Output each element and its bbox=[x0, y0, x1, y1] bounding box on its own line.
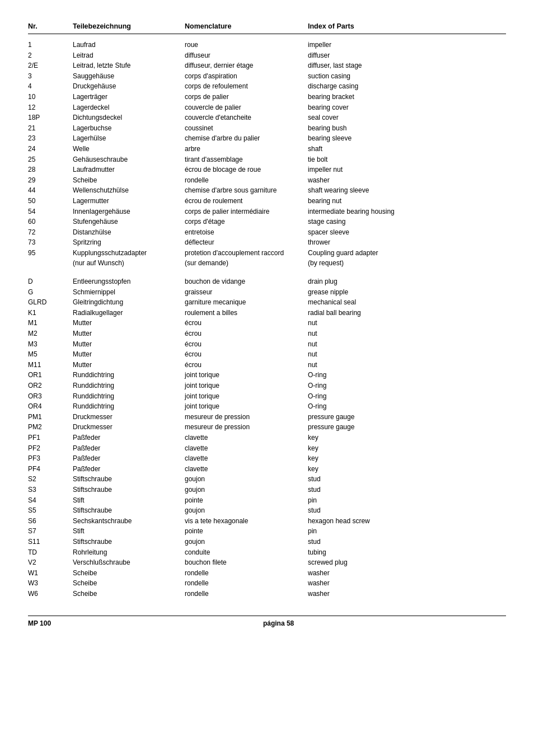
parts-table: 1Laufradroueimpeller2Leitraddiffuseurdif… bbox=[28, 40, 506, 599]
cell-teil: Mutter bbox=[73, 360, 185, 370]
cell-index: pin bbox=[308, 495, 431, 506]
cell-index: O-ring bbox=[308, 370, 431, 381]
cell-nom: rondelle bbox=[185, 578, 308, 589]
cell-index: impeller nut bbox=[308, 165, 431, 175]
table-row: W6Scheiberondellewasher bbox=[28, 589, 506, 599]
table-row: S5Stiftschraubegoujonstud bbox=[28, 505, 506, 516]
cell-index: bearing bracket bbox=[308, 92, 431, 102]
header-teil: Teilebezeichnung bbox=[73, 22, 185, 30]
cell-teil: Paßfeder bbox=[73, 443, 185, 454]
cell-teil: Druckgehäuse bbox=[73, 81, 185, 92]
cell-nom: coussinet bbox=[185, 123, 308, 134]
table-row: S4Stiftpointepin bbox=[28, 495, 506, 506]
cell-teil: Stiftschraube bbox=[73, 474, 185, 485]
cell-index: washer bbox=[308, 578, 431, 589]
cell-teil: Lagerbuchse bbox=[73, 123, 185, 134]
cell-nr: M1 bbox=[28, 318, 73, 328]
cell-nom: mesureur de pression bbox=[185, 412, 308, 422]
cell-nr: 3 bbox=[28, 71, 73, 82]
cell-index: O-ring bbox=[308, 391, 431, 402]
cell-index: spacer sleeve bbox=[308, 227, 431, 238]
cell-teil: Schmiernippel bbox=[73, 287, 185, 298]
table-row: 10Lagerträgercorps de palierbearing brac… bbox=[28, 92, 506, 102]
table-row: S6Sechskantschraubevis a tete hexagonale… bbox=[28, 516, 506, 527]
cell-teil: Welle bbox=[73, 144, 185, 154]
table-row: M3Mutterécrounut bbox=[28, 339, 506, 350]
cell-teil: Kupplungsschutzadapter bbox=[73, 248, 185, 259]
cell-nr: PF1 bbox=[28, 433, 73, 443]
table-row: 73Spritzringdéflecteurthrower bbox=[28, 237, 506, 248]
cell-teil: Sechskantschraube bbox=[73, 516, 185, 527]
cell-nr: OR2 bbox=[28, 381, 73, 391]
cell-index: intermediate bearing housing bbox=[308, 206, 431, 217]
cell-index: seal cover bbox=[308, 112, 431, 123]
cell-nr: S5 bbox=[28, 505, 73, 516]
cell-nom: tirant d'assemblage bbox=[185, 154, 308, 165]
cell-teil: Mutter bbox=[73, 328, 185, 339]
cell-nr: 2/E bbox=[28, 60, 73, 71]
cell-nr: TD bbox=[28, 547, 73, 558]
cell-nr: PM1 bbox=[28, 412, 73, 422]
cell-teil: Scheibe bbox=[73, 175, 185, 186]
cell-nom: clavette bbox=[185, 443, 308, 454]
cell-nr: OR3 bbox=[28, 391, 73, 402]
cell-index: stud bbox=[308, 485, 431, 495]
cell-teil: Druckmesser bbox=[73, 422, 185, 433]
cell-nom: roue bbox=[185, 40, 308, 50]
cell-teil: Mutter bbox=[73, 349, 185, 360]
table-row: OR3Runddichtringjoint toriqueO-ring bbox=[28, 391, 506, 402]
cell-nom: clavette bbox=[185, 433, 308, 443]
cell-nom: déflecteur bbox=[185, 237, 308, 248]
table-row: TDRohrleitungconduitetubing bbox=[28, 547, 506, 558]
cell-nom: joint torique bbox=[185, 391, 308, 402]
cell-nr: 18P bbox=[28, 112, 73, 123]
table-row: M11Mutterécrounut bbox=[28, 360, 506, 370]
table-row: S11Stiftschraubegoujonstud bbox=[28, 537, 506, 547]
cell-teil: Lagermutter bbox=[73, 196, 185, 206]
cell-index: stud bbox=[308, 474, 431, 485]
cell-index: bearing sleeve bbox=[308, 133, 431, 144]
cell-nom: écrou bbox=[185, 318, 308, 328]
table-row: M5Mutterécrounut bbox=[28, 349, 506, 360]
cell-index: drain plug bbox=[308, 276, 431, 287]
cell-nom: conduite bbox=[185, 547, 308, 558]
cell-teil: Leitrad bbox=[73, 50, 185, 61]
cell-index: Coupling guard adapter bbox=[308, 248, 431, 259]
table-row: 12Lagerdeckelcouvercle de palierbearing … bbox=[28, 102, 506, 113]
footer: MP 100 página 58 bbox=[28, 616, 506, 627]
cell-teil: Runddichtring bbox=[73, 381, 185, 391]
cell-nr: K1 bbox=[28, 308, 73, 318]
cell-index: washer bbox=[308, 568, 431, 579]
cell-nom: écrou bbox=[185, 328, 308, 339]
cell-index: hexagon head screw bbox=[308, 516, 431, 527]
cell-nr: 23 bbox=[28, 133, 73, 144]
cell-index: nut bbox=[308, 328, 431, 339]
cell-nr: 54 bbox=[28, 206, 73, 217]
cell-teil: Radialkugellager bbox=[73, 308, 185, 318]
table-row: 24Wellearbreshaft bbox=[28, 144, 506, 154]
cell-teil: Sauggehäuse bbox=[73, 71, 185, 82]
cell-nr: 95 bbox=[28, 248, 73, 259]
cell-teil: Scheibe bbox=[73, 578, 185, 589]
cell-nr: W1 bbox=[28, 568, 73, 579]
table-row: PF1Paßfederclavettekey bbox=[28, 433, 506, 443]
cell-teil: Spritzring bbox=[73, 237, 185, 248]
table-row: S2Stiftschraubegoujonstud bbox=[28, 474, 506, 485]
cell-index: tie bolt bbox=[308, 154, 431, 165]
table-row: W3Scheiberondellewasher bbox=[28, 578, 506, 589]
cell-nr: 21 bbox=[28, 123, 73, 134]
cell-index: bearing cover bbox=[308, 102, 431, 113]
cell-teil: Dichtungsdeckel bbox=[73, 112, 185, 123]
cell-nr: D bbox=[28, 276, 73, 287]
cell-nr: 1 bbox=[28, 40, 73, 50]
cell-index: screwed plug bbox=[308, 557, 431, 568]
cell-index: key bbox=[308, 464, 431, 475]
cell-nom: goujon bbox=[185, 505, 308, 516]
cell-index: stud bbox=[308, 537, 431, 547]
cell-index: pressure gauge bbox=[308, 412, 431, 422]
table-header: Nr. Teilebezeichnung Nomenclature Index … bbox=[28, 22, 506, 34]
cell-index: stage casing bbox=[308, 217, 431, 227]
cell-nom: diffuseur bbox=[185, 50, 308, 61]
table-row: 44Wellenschutzhülsechemise d'arbre sous … bbox=[28, 185, 506, 196]
table-row: 28Laufradmutterécrou de blocage de rouei… bbox=[28, 165, 506, 175]
